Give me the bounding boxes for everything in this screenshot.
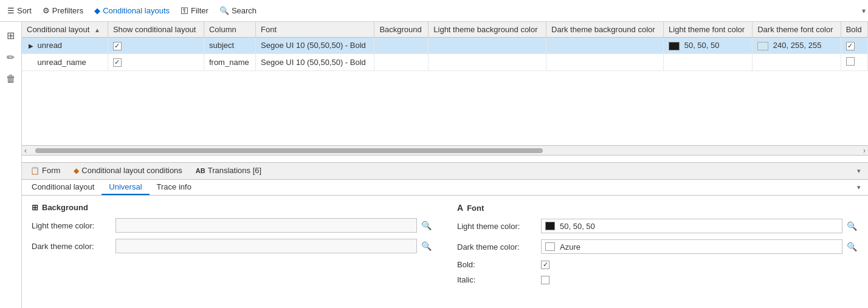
sort-button[interactable]: ☰ Sort <box>2 4 36 18</box>
prefilters-icon: ⚙ <box>43 6 50 15</box>
search-button[interactable]: 🔍 Search <box>215 4 261 18</box>
filter-button[interactable]: ⚿ Filter <box>176 4 213 18</box>
search-label: Search <box>232 6 257 15</box>
filter-label: Filter <box>191 6 208 15</box>
toolbar-dropdown[interactable]: ▾ <box>862 6 866 15</box>
prefilters-button[interactable]: ⚙ Prefilters <box>38 4 88 18</box>
conditional-layouts-button[interactable]: ◆ Conditional layouts <box>89 4 174 18</box>
sort-label: Sort <box>17 6 32 15</box>
conditional-layouts-label: Conditional layouts <box>103 6 170 15</box>
search-icon: 🔍 <box>219 6 229 15</box>
sort-icon: ☰ <box>7 6 15 15</box>
toolbar: ☰ Sort ⚙ Prefilters ◆ Conditional layout… <box>0 0 868 22</box>
conditional-layouts-icon: ◆ <box>94 6 100 15</box>
toolbar-dropdown-arrow: ▾ <box>862 7 866 15</box>
filter-icon: ⚿ <box>181 6 188 15</box>
prefilters-label: Prefilters <box>52 6 83 15</box>
